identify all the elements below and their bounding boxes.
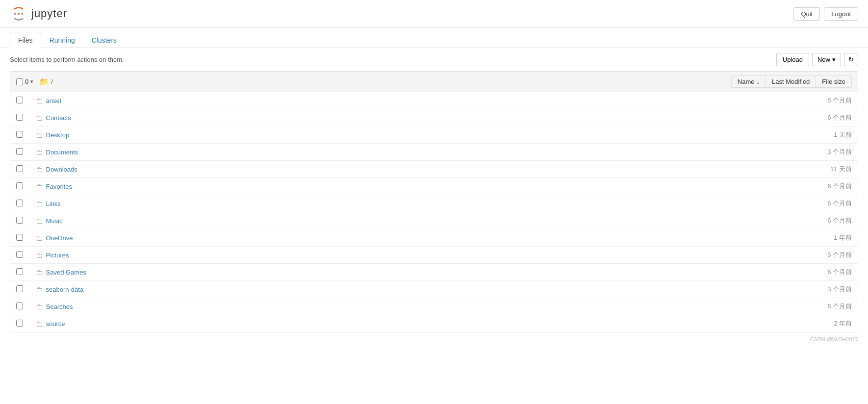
table-row: 🗀source2 年前 xyxy=(10,315,858,332)
file-link[interactable]: 🗀seaborn-data xyxy=(36,285,547,294)
svg-point-2 xyxy=(18,13,20,15)
file-name: OneDrive xyxy=(46,234,73,242)
file-name: ansel xyxy=(46,97,61,104)
file-link[interactable]: 🗀Documents xyxy=(36,148,547,156)
table-row: 🗀Music6 个月前 xyxy=(10,212,858,229)
refresh-button[interactable]: ↻ xyxy=(844,53,858,66)
file-modified: 5 个月前 xyxy=(553,247,858,264)
row-checkbox[interactable] xyxy=(16,182,23,189)
file-link[interactable]: 🗀Favorites xyxy=(36,182,547,191)
folder-icon: 🗀 xyxy=(36,320,43,328)
folder-icon: 🗀 xyxy=(36,200,43,208)
quit-button[interactable]: Quit xyxy=(793,7,820,21)
file-name: Saved Games xyxy=(46,269,86,276)
breadcrumb: 📁 / xyxy=(39,77,53,86)
column-headers: Name ↓ Last Modified File size xyxy=(731,76,852,88)
col-file-size-header[interactable]: File size xyxy=(816,76,852,88)
row-checkbox[interactable] xyxy=(16,114,23,121)
row-checkbox[interactable] xyxy=(16,320,23,327)
file-list-header: 0 ▾ 📁 / Name ↓ Last Modified File size xyxy=(10,71,858,92)
file-name: Pictures xyxy=(46,252,69,259)
row-checkbox[interactable] xyxy=(16,200,23,206)
row-checkbox[interactable] xyxy=(16,131,23,138)
tab-clusters[interactable]: Clusters xyxy=(83,32,125,48)
breadcrumb-slash: / xyxy=(51,78,53,85)
file-modified: 6 个月前 xyxy=(553,178,858,195)
folder-icon: 🗀 xyxy=(36,251,43,259)
new-button[interactable]: New ▾ xyxy=(812,53,841,66)
footer-credit: CSDN @WISH2017 xyxy=(0,332,868,346)
folder-icon: 🗀 xyxy=(36,97,43,105)
file-link[interactable]: 🗀OneDrive xyxy=(36,234,547,242)
file-name: Favorites xyxy=(46,183,72,190)
file-name: Documents xyxy=(46,149,78,156)
header-buttons: Quit Logout xyxy=(793,7,858,21)
file-name: source xyxy=(46,320,65,328)
file-modified: 6 个月前 xyxy=(553,195,858,212)
breadcrumb-folder-icon: 📁 xyxy=(39,77,49,86)
row-checkbox[interactable] xyxy=(16,268,23,275)
file-link[interactable]: 🗀Contacts xyxy=(36,114,547,122)
row-checkbox[interactable] xyxy=(16,217,23,224)
selected-count: 0 xyxy=(25,78,28,85)
folder-icon: 🗀 xyxy=(36,234,43,242)
file-modified: 6 个月前 xyxy=(553,109,858,126)
file-link[interactable]: 🗀Downloads xyxy=(36,165,547,174)
table-row: 🗀Searches6 个月前 xyxy=(10,298,858,315)
toolbar-right: Upload New ▾ ↻ xyxy=(776,53,858,66)
file-modified: 1 天前 xyxy=(553,126,858,144)
file-link[interactable]: 🗀ansel xyxy=(36,97,547,105)
tabs-bar: Files Running Clusters xyxy=(0,32,868,48)
file-link[interactable]: 🗀source xyxy=(36,320,547,328)
tab-running[interactable]: Running xyxy=(41,32,83,48)
app-title: jupyter xyxy=(31,7,67,20)
table-row: 🗀Documents3 个月前 xyxy=(10,144,858,161)
toolbar: Select items to perform actions on them.… xyxy=(0,48,868,71)
table-row: 🗀Links6 个月前 xyxy=(10,195,858,212)
table-row: 🗀Downloads11 天前 xyxy=(10,161,858,178)
count-dropdown-button[interactable]: ▾ xyxy=(30,78,33,85)
file-link[interactable]: 🗀Saved Games xyxy=(36,268,547,277)
row-checkbox[interactable] xyxy=(16,285,23,292)
file-link[interactable]: 🗀Desktop xyxy=(36,131,547,139)
row-checkbox[interactable] xyxy=(16,148,23,155)
table-row: 🗀Saved Games6 个月前 xyxy=(10,264,858,281)
file-modified: 3 个月前 xyxy=(553,281,858,298)
header: jupyter Quit Logout xyxy=(0,0,868,28)
row-checkbox[interactable] xyxy=(16,165,23,172)
table-row: 🗀OneDrive1 年前 xyxy=(10,229,858,247)
table-row: 🗀Pictures5 个月前 xyxy=(10,247,858,264)
file-modified: 6 个月前 xyxy=(553,264,858,281)
folder-icon: 🗀 xyxy=(36,182,43,191)
table-row: 🗀Favorites6 个月前 xyxy=(10,178,858,195)
row-checkbox[interactable] xyxy=(16,234,23,241)
tab-files[interactable]: Files xyxy=(10,32,41,48)
logout-button[interactable]: Logout xyxy=(824,7,858,21)
header-checkbox-area: 0 ▾ xyxy=(16,78,33,85)
file-name: seaborn-data xyxy=(46,286,84,293)
file-name: Downloads xyxy=(46,166,77,173)
select-all-checkbox[interactable] xyxy=(16,78,23,85)
file-link[interactable]: 🗀Searches xyxy=(36,303,547,311)
file-name: Music xyxy=(46,217,63,225)
folder-icon: 🗀 xyxy=(36,131,43,139)
table-row: 🗀Contacts6 个月前 xyxy=(10,109,858,126)
chevron-down-icon: ▾ xyxy=(832,56,836,63)
table-row: 🗀seaborn-data3 个月前 xyxy=(10,281,858,298)
row-checkbox[interactable] xyxy=(16,97,23,103)
file-modified: 3 个月前 xyxy=(553,144,858,161)
col-name-header[interactable]: Name ↓ xyxy=(731,76,766,88)
upload-button[interactable]: Upload xyxy=(776,53,809,66)
svg-point-1 xyxy=(14,13,16,15)
file-link[interactable]: 🗀Pictures xyxy=(36,251,547,259)
col-last-modified-header[interactable]: Last Modified xyxy=(766,76,816,88)
folder-icon: 🗀 xyxy=(36,114,43,122)
row-checkbox[interactable] xyxy=(16,303,23,309)
file-link[interactable]: 🗀Links xyxy=(36,200,547,208)
jupyter-logo-icon xyxy=(10,5,27,23)
file-link[interactable]: 🗀Music xyxy=(36,217,547,225)
file-name: Searches xyxy=(46,303,73,310)
refresh-icon: ↻ xyxy=(848,56,854,63)
folder-icon: 🗀 xyxy=(36,165,43,174)
row-checkbox[interactable] xyxy=(16,251,23,258)
